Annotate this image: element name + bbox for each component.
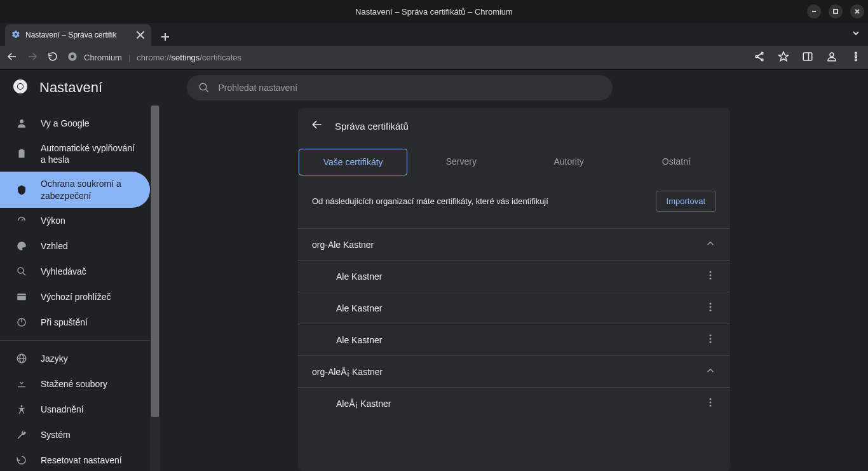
card-back-button[interactable]	[311, 118, 323, 133]
sidebar-item-languages[interactable]: Jazyky	[0, 346, 150, 371]
sidebar-item-search-engine[interactable]: Vyhledávač	[0, 259, 150, 284]
cert-name: AleÅ¡ Kastner	[336, 399, 391, 409]
bookmark-icon[interactable]	[778, 51, 789, 65]
tab-others[interactable]: Ostatní	[623, 149, 730, 175]
settings-title: Nastavení	[39, 79, 102, 96]
address-url: chrome://settings/certificates	[137, 53, 241, 62]
cert-row: Ale Kastner	[298, 324, 730, 356]
settings-sidebar: Vy a Google Automatické vyplňování a hes…	[0, 106, 150, 471]
browser-tab[interactable]: Nastavení – Správa certifik	[5, 24, 151, 46]
tab-servers[interactable]: Servery	[407, 149, 515, 175]
palette-icon	[15, 240, 28, 252]
svg-point-54	[710, 398, 712, 400]
sidebar-item-performance[interactable]: Výkon	[0, 208, 150, 233]
svg-point-55	[710, 402, 712, 404]
cert-more-button[interactable]	[705, 270, 716, 283]
sidebar-item-label: Usnadnění	[41, 404, 84, 415]
import-button[interactable]: Importovat	[656, 191, 716, 212]
svg-line-32	[22, 219, 24, 221]
chevron-up-icon	[705, 238, 716, 251]
svg-marker-17	[779, 51, 789, 60]
sidebar-item-label: Při spuštění	[41, 317, 88, 328]
sidebar-item-label: Ochrana soukromí a zabezpečení	[41, 178, 135, 201]
cert-name: Ale Kastner	[336, 335, 382, 345]
org-row[interactable]: org-Ale Kastner	[298, 229, 730, 261]
restore-icon	[15, 454, 28, 467]
sidebar-scrollbar[interactable]	[150, 106, 160, 471]
side-panel-icon[interactable]	[802, 51, 813, 65]
sidebar-item-you-and-google[interactable]: Vy a Google	[0, 111, 150, 136]
svg-point-20	[830, 53, 834, 57]
svg-point-45	[710, 271, 712, 273]
sidebar-item-system[interactable]: Systém	[0, 422, 150, 447]
import-row: Od následujících organizací máte certifi…	[298, 175, 730, 229]
profile-icon[interactable]	[826, 51, 837, 65]
sidebar-item-label: Resetovat nastavení	[41, 454, 122, 466]
sidebar-item-downloads[interactable]: Stažené soubory	[0, 371, 150, 397]
new-tab-button[interactable]	[156, 28, 174, 46]
gear-icon	[11, 30, 20, 41]
svg-rect-1	[834, 10, 837, 13]
svg-point-49	[710, 306, 712, 308]
sidebar-item-label: Automatické vyplňování a hesla	[41, 142, 135, 165]
svg-point-13	[756, 55, 757, 57]
accessibility-icon	[15, 403, 28, 416]
svg-line-15	[757, 53, 761, 56]
person-icon	[15, 117, 28, 130]
svg-point-52	[710, 338, 712, 340]
chromium-icon	[67, 51, 78, 64]
org-row[interactable]: org-AleÅ¡ Kastner	[298, 356, 730, 388]
address-app-label: Chromium	[84, 53, 122, 62]
svg-point-56	[710, 405, 712, 407]
search-icon	[198, 82, 210, 93]
sidebar-item-accessibility[interactable]: Usnadnění	[0, 397, 150, 422]
search-placeholder: Prohledat nastavení	[219, 83, 298, 93]
sidebar-item-on-startup[interactable]: Při spuštění	[0, 310, 150, 335]
svg-point-27	[200, 83, 207, 90]
globe-icon	[15, 352, 28, 365]
forward-button[interactable]	[27, 51, 38, 65]
tab-title: Nastavení – Správa certifik	[25, 31, 131, 39]
address-bar[interactable]: Chromium | chrome://settings/certificate…	[67, 51, 745, 64]
card-title: Správa certifikátů	[335, 121, 409, 132]
cert-more-button[interactable]	[705, 301, 716, 315]
sidebar-separator	[0, 340, 150, 341]
sidebar-item-label: Vyhledávač	[41, 266, 86, 277]
cert-row: AleÅ¡ Kastner	[298, 388, 730, 419]
tabs-dropdown-button[interactable]	[851, 29, 860, 40]
sidebar-item-label: Výkon	[41, 215, 65, 226]
tab-authorities[interactable]: Autority	[515, 149, 623, 175]
sidebar-item-privacy-security[interactable]: Ochrana soukromí a zabezpečení	[0, 172, 150, 207]
sidebar-item-label: Výchozí prohlížeč	[41, 291, 111, 303]
sidebar-item-label: Vzhled	[41, 240, 68, 252]
certificates-card: Správa certifikátů Vaše certifikáty Serv…	[298, 108, 730, 471]
tab-your-certificates[interactable]: Vaše certifikáty	[299, 149, 407, 175]
sidebar-item-appearance[interactable]: Vzhled	[0, 233, 150, 259]
settings-search-input[interactable]: Prohledat nastavení	[187, 75, 613, 100]
window-close-button[interactable]	[850, 4, 864, 18]
sidebar-scrollthumb[interactable]	[151, 106, 159, 417]
sidebar-item-default-browser[interactable]: Výchozí prohlížeč	[0, 284, 150, 310]
window-titlebar: Nastavení – Správa certifikátů – Chromiu…	[0, 0, 868, 23]
cert-name: Ale Kastner	[336, 303, 382, 313]
cert-more-button[interactable]	[705, 397, 716, 410]
menu-icon[interactable]	[850, 51, 862, 65]
cert-more-button[interactable]	[705, 333, 716, 346]
svg-rect-18	[803, 53, 812, 60]
svg-point-21	[855, 52, 857, 54]
sidebar-item-reset[interactable]: Resetovat nastavení	[0, 447, 150, 471]
chevron-up-icon	[705, 365, 716, 378]
cert-row: Ale Kastner	[298, 292, 730, 324]
reload-button[interactable]	[47, 51, 58, 65]
window-minimize-button[interactable]	[807, 4, 821, 18]
sidebar-item-autofill[interactable]: Automatické vyplňování a hesla	[0, 136, 150, 172]
svg-rect-42	[18, 386, 25, 388]
back-button[interactable]	[6, 51, 18, 65]
clipboard-icon	[15, 147, 28, 160]
svg-rect-31	[20, 149, 24, 151]
window-maximize-button[interactable]	[829, 4, 843, 18]
settings-main: Správa certifikátů Vaše certifikáty Serv…	[160, 106, 868, 471]
share-icon[interactable]	[754, 51, 765, 65]
search-icon	[15, 265, 28, 278]
tab-close-button[interactable]	[136, 31, 145, 39]
